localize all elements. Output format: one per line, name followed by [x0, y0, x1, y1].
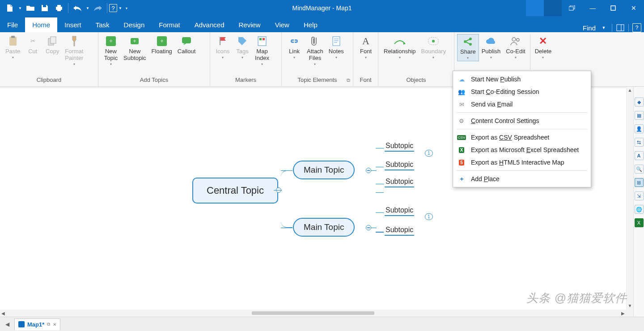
menu-send-email[interactable]: ✉Send via Email — [453, 98, 591, 110]
subtopic-node[interactable]: Subtopic — [385, 178, 414, 187]
horizontal-scrollbar[interactable]: ◀ ▶ — [0, 310, 626, 317]
collapse-joint[interactable] — [366, 225, 371, 230]
dock-export-icon[interactable]: ⇲ — [635, 191, 644, 200]
restore-window-icon[interactable] — [562, 0, 582, 16]
tab-home[interactable]: Home — [25, 17, 57, 32]
relationship-button[interactable]: Relationship▾ — [381, 34, 419, 60]
document-tab[interactable]: Map1* ⧉ ✕ — [14, 318, 60, 330]
new-file-icon[interactable] — [3, 1, 17, 15]
link-button[interactable]: Link▾ — [284, 34, 304, 60]
central-topic-node[interactable]: Central Topic — [192, 178, 278, 204]
undo-icon[interactable] — [70, 1, 85, 15]
redo-icon[interactable] — [91, 1, 105, 15]
dialog-launcher-icon[interactable]: ⧉ — [347, 77, 350, 83]
account-block-1[interactable] — [526, 0, 544, 16]
tab-advanced[interactable]: Advanced — [187, 17, 232, 32]
boundary-button[interactable]: Boundary▾ — [419, 34, 449, 60]
scroll-left-icon[interactable]: ◀ — [0, 311, 6, 316]
save-icon[interactable] — [38, 1, 52, 15]
format-painter-button[interactable]: Format Painter▾ — [62, 34, 86, 67]
topic-badge[interactable]: 1 — [425, 150, 433, 157]
connector-line — [376, 167, 384, 167]
print-icon[interactable] — [52, 1, 66, 15]
minimize-icon[interactable]: — — [582, 0, 603, 16]
open-file-icon[interactable] — [23, 1, 38, 15]
excel-icon: X — [458, 146, 466, 154]
find-dropdown-icon[interactable]: ▼ — [599, 23, 608, 32]
dock-search-icon[interactable]: 🔍 — [635, 165, 644, 174]
tab-insert[interactable]: Insert — [57, 17, 89, 32]
menu-start-publish[interactable]: ☁Start New Publish — [453, 73, 591, 85]
vertical-scrollbar[interactable]: ▲ ▼ — [626, 88, 633, 310]
attach-files-button[interactable]: Attach Files▾ — [304, 34, 326, 67]
scroll-up-icon[interactable]: ▲ — [627, 88, 633, 94]
tab-nav-prev-icon[interactable]: ◀ — [2, 319, 13, 330]
subtopic-node[interactable]: Subtopic — [385, 161, 414, 170]
dock-layout-icon[interactable]: ⊞ — [635, 178, 644, 187]
menu-export-html5[interactable]: 5Export as HTML5 Interactive Map — [453, 156, 591, 169]
subtopic-node[interactable]: Subtopic — [385, 226, 414, 236]
floating-button[interactable]: ＋Floating — [149, 34, 175, 56]
dock-globe-icon[interactable]: 🌐 — [635, 205, 644, 214]
delete-button[interactable]: ✕Delete▾ — [532, 34, 555, 60]
menu-add-place[interactable]: ＋Add Place — [453, 173, 591, 185]
new-subtopic-button[interactable]: ＋New Subtopic — [121, 34, 149, 63]
account-block-2[interactable] — [544, 0, 562, 16]
collapse-joint[interactable] — [366, 168, 371, 173]
tab-design[interactable]: Design — [117, 17, 152, 32]
scroll-right-icon[interactable]: ▶ — [620, 311, 626, 316]
font-button[interactable]: AFont▾ — [356, 34, 376, 60]
tab-file[interactable]: File — [0, 17, 25, 32]
doc-tab-close-icon[interactable]: ✕ — [53, 322, 56, 327]
menu-export-excel[interactable]: XExport as Microsoft Excel Spreadsheet — [453, 144, 591, 156]
help-icon[interactable]: ? — [109, 4, 117, 12]
dock-share-icon[interactable]: ⇆ — [635, 138, 644, 147]
dock-marker-icon[interactable]: ◆ — [635, 98, 644, 106]
icons-button[interactable]: Icons▾ — [213, 34, 233, 60]
new-topic-button[interactable]: ＋New Topic▾ — [101, 34, 121, 67]
tab-help[interactable]: Help — [297, 17, 325, 32]
tab-task[interactable]: Task — [89, 17, 117, 32]
tags-button[interactable]: Tags▾ — [233, 34, 252, 60]
callout-button[interactable]: Callout — [175, 34, 198, 56]
dock-calendar-icon[interactable]: ▦ — [635, 111, 644, 120]
scroll-down-icon[interactable]: ▼ — [627, 303, 633, 310]
taskpane-icon[interactable] — [616, 23, 625, 32]
cloud-icon — [485, 35, 497, 47]
map-index-button[interactable]: Map Index▾ — [252, 34, 272, 67]
menu-export-csv[interactable]: CSVExport as CSV Spreadsheet — [453, 131, 591, 144]
right-dock: ◆ ▦ 👤 ⇆ A 🔍 ⊞ ⇲ 🌐 X — [633, 87, 644, 317]
subtopic-node[interactable]: Subtopic — [385, 142, 414, 152]
tab-format[interactable]: Format — [152, 17, 187, 32]
ribbon-tabstrip: File Home Insert Task Design Format Adva… — [0, 16, 644, 32]
menu-content-control[interactable]: ⚙Content Control Settings — [453, 115, 591, 127]
undo-dropdown-icon[interactable]: ▼ — [85, 1, 91, 15]
subtopic-node[interactable]: Subtopic — [385, 206, 414, 216]
font-icon: A — [360, 35, 372, 47]
dock-user-icon[interactable]: 👤 — [635, 124, 644, 133]
share-button[interactable]: Share▾ — [457, 34, 479, 61]
paste-button[interactable]: Paste▾ — [3, 34, 23, 60]
cut-button[interactable]: ✂Cut — [23, 34, 42, 56]
publish-button[interactable]: Publish▾ — [479, 34, 504, 60]
find-label[interactable]: Find — [583, 24, 596, 32]
help-dropdown-icon[interactable]: ▼ — [117, 1, 123, 15]
scrollbar-thumb[interactable] — [252, 311, 374, 315]
dock-text-icon[interactable]: A — [635, 151, 644, 160]
topic-badge[interactable]: 1 — [425, 213, 433, 220]
notes-button[interactable]: Notes▾ — [326, 34, 347, 60]
copy-button[interactable]: Copy — [42, 34, 62, 56]
tab-view[interactable]: View — [268, 17, 297, 32]
menu-start-coedit[interactable]: 👥Start Co-Editing Session — [453, 85, 591, 98]
main-topic-1-node[interactable]: Main Topic — [293, 161, 355, 179]
tab-review[interactable]: Review — [231, 17, 267, 32]
close-icon[interactable]: ✕ — [623, 0, 644, 16]
about-icon[interactable]: ? — [632, 23, 641, 32]
coedit-button[interactable]: Co-Edit▾ — [503, 34, 528, 60]
main-topic-2-node[interactable]: Main Topic — [293, 218, 355, 237]
maximize-icon[interactable] — [603, 0, 623, 16]
doc-tab-popout-icon[interactable]: ⧉ — [47, 322, 50, 327]
qat-dropdown-icon[interactable]: ▼ — [17, 1, 23, 15]
dock-excel-icon[interactable]: X — [635, 218, 644, 227]
qat-more-icon[interactable]: ▾ — [123, 1, 130, 15]
